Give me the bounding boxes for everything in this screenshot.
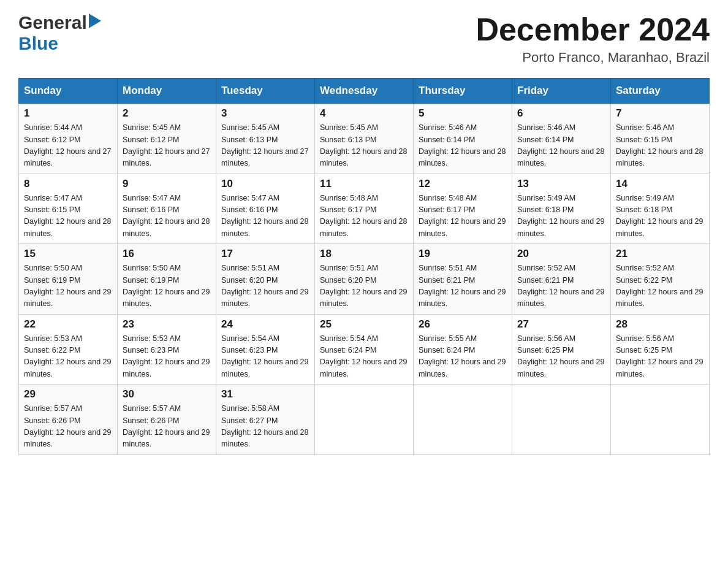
day-info: Sunrise: 5:57 AMSunset: 6:26 PMDaylight:… [24, 403, 112, 451]
day-number: 24 [221, 318, 309, 331]
header-tuesday: Tuesday [216, 79, 315, 104]
day-number: 12 [419, 178, 507, 190]
day-number: 31 [221, 388, 309, 400]
day-number: 8 [24, 178, 112, 190]
calendar-cell: 17Sunrise: 5:51 AMSunset: 6:20 PMDayligh… [216, 244, 315, 315]
calendar-week-row: 8Sunrise: 5:47 AMSunset: 6:15 PMDaylight… [19, 174, 710, 244]
calendar-cell: 23Sunrise: 5:53 AMSunset: 6:23 PMDayligh… [118, 314, 216, 385]
calendar-cell [315, 385, 414, 455]
day-number: 22 [24, 318, 112, 331]
calendar-cell: 6Sunrise: 5:46 AMSunset: 6:14 PMDaylight… [512, 104, 611, 174]
day-info: Sunrise: 5:52 AMSunset: 6:21 PMDaylight:… [517, 262, 605, 310]
calendar-cell: 9Sunrise: 5:47 AMSunset: 6:16 PMDaylight… [118, 174, 216, 244]
day-info: Sunrise: 5:47 AMSunset: 6:16 PMDaylight:… [123, 193, 211, 240]
calendar-week-row: 22Sunrise: 5:53 AMSunset: 6:22 PMDayligh… [19, 314, 710, 385]
day-info: Sunrise: 5:45 AMSunset: 6:13 PMDaylight:… [320, 122, 408, 170]
calendar-cell: 24Sunrise: 5:54 AMSunset: 6:23 PMDayligh… [216, 314, 315, 385]
month-title: December 2024 [476, 12, 710, 47]
svg-marker-0 [89, 13, 101, 28]
header-saturday: Saturday [611, 79, 710, 104]
calendar-table: Sunday Monday Tuesday Wednesday Thursday… [18, 78, 710, 455]
day-info: Sunrise: 5:51 AMSunset: 6:20 PMDaylight:… [320, 262, 408, 310]
day-info: Sunrise: 5:50 AMSunset: 6:19 PMDaylight:… [123, 262, 211, 310]
day-number: 17 [221, 248, 309, 260]
day-info: Sunrise: 5:47 AMSunset: 6:16 PMDaylight:… [221, 193, 309, 240]
calendar-week-row: 1Sunrise: 5:44 AMSunset: 6:12 PMDaylight… [19, 104, 710, 174]
calendar-cell: 4Sunrise: 5:45 AMSunset: 6:13 PMDaylight… [315, 104, 414, 174]
logo: General Blue [18, 12, 101, 54]
day-number: 26 [419, 318, 507, 331]
day-number: 9 [123, 178, 211, 190]
day-info: Sunrise: 5:53 AMSunset: 6:23 PMDaylight:… [123, 333, 211, 381]
calendar-cell: 31Sunrise: 5:58 AMSunset: 6:27 PMDayligh… [216, 385, 315, 455]
calendar-cell: 29Sunrise: 5:57 AMSunset: 6:26 PMDayligh… [19, 385, 118, 455]
day-number: 23 [123, 318, 211, 331]
day-number: 4 [320, 107, 408, 120]
calendar-week-row: 15Sunrise: 5:50 AMSunset: 6:19 PMDayligh… [19, 244, 710, 315]
calendar-cell: 2Sunrise: 5:45 AMSunset: 6:12 PMDaylight… [118, 104, 216, 174]
calendar-cell: 16Sunrise: 5:50 AMSunset: 6:19 PMDayligh… [118, 244, 216, 315]
day-number: 25 [320, 318, 408, 331]
day-number: 29 [24, 388, 112, 400]
day-info: Sunrise: 5:49 AMSunset: 6:18 PMDaylight:… [517, 193, 605, 240]
day-number: 21 [616, 248, 704, 260]
header-monday: Monday [118, 79, 216, 104]
calendar-cell: 25Sunrise: 5:54 AMSunset: 6:24 PMDayligh… [315, 314, 414, 385]
day-info: Sunrise: 5:46 AMSunset: 6:15 PMDaylight:… [616, 122, 704, 170]
calendar-cell [611, 385, 710, 455]
day-number: 13 [517, 178, 605, 190]
day-number: 5 [419, 107, 507, 120]
day-info: Sunrise: 5:55 AMSunset: 6:24 PMDaylight:… [419, 333, 507, 381]
day-info: Sunrise: 5:48 AMSunset: 6:17 PMDaylight:… [419, 193, 507, 240]
day-number: 11 [320, 178, 408, 190]
day-number: 18 [320, 248, 408, 260]
day-info: Sunrise: 5:53 AMSunset: 6:22 PMDaylight:… [24, 333, 112, 381]
day-info: Sunrise: 5:58 AMSunset: 6:27 PMDaylight:… [221, 403, 309, 451]
day-number: 30 [123, 388, 211, 400]
calendar-cell: 26Sunrise: 5:55 AMSunset: 6:24 PMDayligh… [414, 314, 512, 385]
day-number: 6 [517, 107, 605, 120]
day-number: 14 [616, 178, 704, 190]
calendar-cell: 20Sunrise: 5:52 AMSunset: 6:21 PMDayligh… [512, 244, 611, 315]
calendar-cell [414, 385, 512, 455]
calendar-week-row: 29Sunrise: 5:57 AMSunset: 6:26 PMDayligh… [19, 385, 710, 455]
day-info: Sunrise: 5:46 AMSunset: 6:14 PMDaylight:… [419, 122, 507, 170]
day-number: 1 [24, 107, 112, 120]
day-info: Sunrise: 5:46 AMSunset: 6:14 PMDaylight:… [517, 122, 605, 170]
header-wednesday: Wednesday [315, 79, 414, 104]
calendar-cell [512, 385, 611, 455]
logo-general-text: General [18, 12, 87, 33]
day-info: Sunrise: 5:48 AMSunset: 6:17 PMDaylight:… [320, 193, 408, 240]
day-info: Sunrise: 5:51 AMSunset: 6:21 PMDaylight:… [419, 262, 507, 310]
day-number: 27 [517, 318, 605, 331]
day-info: Sunrise: 5:44 AMSunset: 6:12 PMDaylight:… [24, 122, 112, 170]
calendar-cell: 7Sunrise: 5:46 AMSunset: 6:15 PMDaylight… [611, 104, 710, 174]
header-sunday: Sunday [19, 79, 118, 104]
day-number: 28 [616, 318, 704, 331]
day-info: Sunrise: 5:54 AMSunset: 6:23 PMDaylight:… [221, 333, 309, 381]
page-header: General Blue December 2024 Porto Franco,… [18, 12, 710, 66]
calendar-cell: 5Sunrise: 5:46 AMSunset: 6:14 PMDaylight… [414, 104, 512, 174]
day-info: Sunrise: 5:54 AMSunset: 6:24 PMDaylight:… [320, 333, 408, 381]
header-thursday: Thursday [414, 79, 512, 104]
calendar-cell: 19Sunrise: 5:51 AMSunset: 6:21 PMDayligh… [414, 244, 512, 315]
day-number: 10 [221, 178, 309, 190]
day-info: Sunrise: 5:57 AMSunset: 6:26 PMDaylight:… [123, 403, 211, 451]
calendar-header-row: Sunday Monday Tuesday Wednesday Thursday… [19, 79, 710, 104]
calendar-cell: 1Sunrise: 5:44 AMSunset: 6:12 PMDaylight… [19, 104, 118, 174]
calendar-cell: 8Sunrise: 5:47 AMSunset: 6:15 PMDaylight… [19, 174, 118, 244]
day-number: 7 [616, 107, 704, 120]
day-number: 2 [123, 107, 211, 120]
calendar-cell: 28Sunrise: 5:56 AMSunset: 6:25 PMDayligh… [611, 314, 710, 385]
calendar-cell: 14Sunrise: 5:49 AMSunset: 6:18 PMDayligh… [611, 174, 710, 244]
day-number: 3 [221, 107, 309, 120]
day-info: Sunrise: 5:51 AMSunset: 6:20 PMDaylight:… [221, 262, 309, 310]
calendar-cell: 21Sunrise: 5:52 AMSunset: 6:22 PMDayligh… [611, 244, 710, 315]
calendar-cell: 22Sunrise: 5:53 AMSunset: 6:22 PMDayligh… [19, 314, 118, 385]
calendar-cell: 13Sunrise: 5:49 AMSunset: 6:18 PMDayligh… [512, 174, 611, 244]
calendar-cell: 30Sunrise: 5:57 AMSunset: 6:26 PMDayligh… [118, 385, 216, 455]
day-info: Sunrise: 5:45 AMSunset: 6:13 PMDaylight:… [221, 122, 309, 170]
calendar-cell: 15Sunrise: 5:50 AMSunset: 6:19 PMDayligh… [19, 244, 118, 315]
calendar-cell: 12Sunrise: 5:48 AMSunset: 6:17 PMDayligh… [414, 174, 512, 244]
day-info: Sunrise: 5:45 AMSunset: 6:12 PMDaylight:… [123, 122, 211, 170]
